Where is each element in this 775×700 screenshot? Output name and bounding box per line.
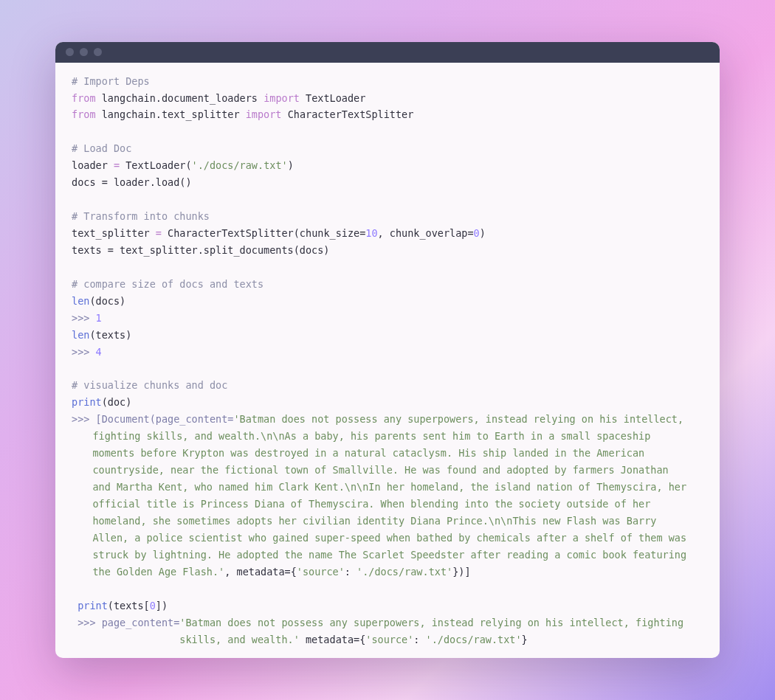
- string-literal: './docs/raw.txt': [192, 159, 288, 171]
- code-text: (texts): [89, 329, 131, 341]
- output-string: homeland, she sometimes adopts her civil…: [72, 513, 703, 530]
- keyword-import: import: [246, 108, 282, 120]
- builtin-print: print: [72, 396, 102, 408]
- output-string: 'source': [297, 566, 345, 578]
- code-text: ): [480, 227, 486, 239]
- repl-prompt: >>> page_content=: [78, 617, 179, 628]
- comment: # Load Doc: [72, 142, 131, 154]
- identifier: TextLoader: [306, 92, 365, 104]
- number-literal: 0: [474, 227, 480, 239]
- output-number: 1: [96, 312, 102, 324]
- number-literal: 10: [365, 227, 377, 239]
- comment: # Import Deps: [72, 75, 150, 87]
- output-text: }: [522, 634, 528, 645]
- code-text: TextLoader(: [120, 159, 192, 171]
- output-string: and Martha Kent, who named him Clark Ken…: [72, 479, 703, 496]
- code-window: # Import Deps from langchain.document_lo…: [55, 42, 720, 659]
- operator: =: [114, 159, 120, 171]
- repl-prompt: >>>: [72, 346, 96, 358]
- number-literal: 0: [150, 600, 156, 611]
- output-string: 'Batman does not possess any superpowers…: [233, 413, 689, 425]
- output-string: 'source': [365, 634, 413, 645]
- operator: =: [156, 227, 162, 239]
- output-string: Allen, a police scientist who gained sup…: [72, 530, 703, 547]
- output-string: struck by lightning. He adopted the name…: [72, 547, 703, 564]
- identifier: CharacterTextSplitter: [288, 108, 414, 120]
- code-text: (doc): [102, 396, 132, 408]
- titlebar: [55, 42, 720, 63]
- comment: # visualize chunks and doc: [72, 379, 227, 391]
- window-dot-icon: [80, 48, 88, 56]
- code-text: ): [288, 159, 294, 171]
- keyword-from: from: [72, 92, 96, 104]
- output-string: official title is Princess Diana of Them…: [72, 496, 703, 513]
- code-block: # Import Deps from langchain.document_lo…: [55, 63, 720, 659]
- output-number: 4: [96, 346, 102, 358]
- output-string: './docs/raw.txt': [426, 634, 522, 645]
- window-dot-icon: [94, 48, 102, 56]
- output-string: fighting skills, and wealth.\n\nAs a bab…: [72, 428, 703, 445]
- code-text: docs = loader.load(): [72, 176, 192, 188]
- builtin-len: len: [72, 295, 89, 307]
- comment: # Transform into chunks: [72, 210, 210, 222]
- output-text: :: [345, 566, 356, 578]
- builtin-print: print: [78, 600, 108, 611]
- output-string: './docs/raw.txt': [356, 566, 452, 578]
- code-text: loader: [72, 159, 114, 171]
- keyword-from: from: [72, 108, 96, 120]
- output-text: :: [413, 634, 425, 645]
- code-text: texts = text_splitter.split_documents(do…: [72, 244, 330, 256]
- repl-prompt: >>> [Document(page_content=: [72, 413, 233, 425]
- code-text: (texts[: [108, 600, 150, 611]
- comment: # compare size of docs and texts: [72, 278, 264, 290]
- code-text: ]): [156, 600, 168, 611]
- module-path: langchain.text_splitter: [102, 108, 240, 120]
- window-dot-icon: [66, 48, 74, 56]
- code-text: (docs): [89, 295, 125, 307]
- code-text: , chunk_overlap=: [378, 227, 474, 239]
- output-text: })]: [452, 566, 470, 578]
- keyword-import: import: [264, 92, 300, 104]
- code-text: text_splitter: [72, 227, 156, 239]
- output-string: skills, and wealth.': [179, 634, 300, 645]
- code-text: CharacterTextSplitter(chunk_size=: [162, 227, 365, 239]
- output-string: countryside, near the fictional town of …: [72, 462, 703, 479]
- output-string: moments before Krypton was destroyed in …: [72, 445, 703, 462]
- module-path: langchain.document_loaders: [102, 92, 258, 104]
- output-text: , metadata={: [224, 566, 297, 578]
- output-string: the Golden Age Flash.': [92, 566, 224, 578]
- output-text: metadata={: [300, 634, 365, 645]
- output-string: 'Batman does not possess any superpowers…: [179, 617, 689, 628]
- repl-prompt: >>>: [72, 312, 96, 324]
- builtin-len: len: [72, 329, 89, 341]
